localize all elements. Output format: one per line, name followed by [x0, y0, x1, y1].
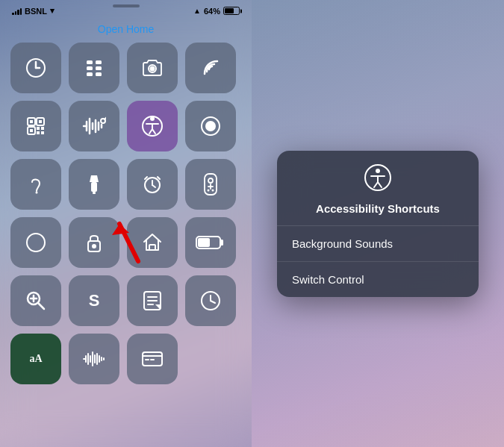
switch-control-item[interactable]: Switch Control [277, 262, 479, 297]
calculator-tile[interactable] [69, 43, 119, 93]
svg-line-35 [152, 129, 155, 134]
svg-rect-59 [220, 240, 223, 246]
popup-header: Accessibility Shortcuts [277, 151, 479, 226]
right-panel: Accessibility Shortcuts Background Sound… [252, 0, 504, 447]
signal-icon [12, 7, 22, 15]
accessibility-tile[interactable] [127, 101, 178, 151]
svg-point-53 [27, 234, 45, 251]
screen-time-tile[interactable] [10, 43, 61, 93]
svg-point-87 [376, 169, 380, 173]
popup-title: Accessibility Shortcuts [316, 202, 440, 215]
qr-code-tile[interactable] [10, 101, 61, 151]
svg-rect-3 [87, 60, 93, 64]
flashlight-tile[interactable] [69, 159, 119, 210]
hearing-tile[interactable] [10, 159, 61, 210]
svg-rect-16 [30, 129, 33, 132]
svg-line-44 [152, 185, 155, 187]
drag-handle[interactable] [113, 4, 140, 7]
notes-tile[interactable] [127, 275, 178, 326]
background-sounds-item[interactable]: Background Sounds [277, 226, 479, 262]
camera-tile[interactable] [127, 43, 178, 93]
svg-line-90 [374, 182, 378, 187]
text-size-tile[interactable]: aA [10, 334, 61, 384]
voice-memos-tile[interactable] [69, 334, 119, 384]
svg-rect-56 [149, 245, 155, 250]
svg-line-29 [105, 117, 106, 119]
dark-mode-tile[interactable] [10, 217, 61, 268]
svg-marker-39 [90, 175, 99, 182]
wifi-icon: ▾ [50, 6, 55, 16]
svg-point-55 [93, 245, 96, 248]
svg-line-61 [38, 303, 44, 309]
svg-line-70 [211, 301, 215, 303]
svg-rect-20 [41, 131, 44, 134]
svg-rect-19 [37, 131, 40, 134]
svg-rect-17 [37, 127, 40, 130]
status-bar: BSNL ▾ ▲ 64% [0, 0, 252, 19]
svg-rect-7 [87, 72, 93, 76]
svg-point-37 [205, 121, 216, 131]
svg-line-45 [145, 177, 147, 179]
battery-case-tile[interactable] [185, 217, 236, 268]
remote-tile[interactable] [185, 159, 236, 210]
wallet-tile[interactable] [127, 334, 178, 384]
status-bar-left: BSNL ▾ [12, 6, 55, 16]
svg-rect-40 [91, 182, 97, 192]
clock-tile[interactable] [185, 275, 236, 326]
svg-rect-18 [41, 127, 44, 130]
left-panel: BSNL ▾ ▲ 64% Open Home [0, 0, 252, 447]
screen-recording-tile[interactable] [185, 101, 236, 151]
svg-line-46 [158, 177, 160, 179]
zoom-tile[interactable] [10, 275, 61, 326]
svg-rect-4 [96, 60, 102, 64]
svg-rect-58 [198, 238, 210, 247]
svg-rect-12 [30, 120, 33, 123]
battery-icon [223, 7, 240, 15]
svg-rect-14 [39, 120, 42, 123]
svg-point-10 [151, 67, 155, 71]
svg-rect-6 [96, 66, 102, 70]
svg-rect-41 [93, 192, 96, 194]
alarm-tile[interactable] [127, 159, 178, 210]
home-tile[interactable] [127, 217, 178, 268]
music-recognition-tile[interactable] [69, 101, 119, 151]
control-center-grid: S aA [0, 43, 252, 384]
status-bar-right: ▲ 64% [193, 7, 240, 16]
svg-rect-8 [96, 72, 102, 76]
svg-line-91 [378, 182, 382, 187]
svg-point-38 [36, 192, 38, 194]
shazam-tile[interactable]: S [69, 275, 119, 326]
carrier-label: BSNL [25, 7, 47, 16]
accessibility-shortcuts-popup: Accessibility Shortcuts Background Sound… [277, 151, 479, 297]
location-icon: ▲ [193, 7, 201, 15]
svg-point-48 [208, 178, 213, 183]
battery-percent: 64% [204, 7, 220, 16]
accessibility-icon [364, 164, 391, 196]
svg-rect-5 [87, 66, 93, 70]
open-home-link[interactable]: Open Home [0, 19, 252, 43]
nfc-tile[interactable] [185, 43, 236, 93]
screen-lock-tile[interactable] [69, 217, 119, 268]
